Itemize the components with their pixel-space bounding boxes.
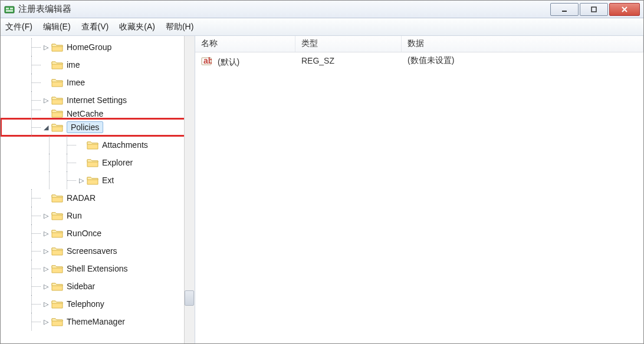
folder-icon	[51, 122, 63, 133]
folder-icon	[51, 109, 63, 118]
expander-open-icon[interactable]: ◢	[42, 123, 50, 131]
expander-closed-icon[interactable]: ▷	[42, 264, 50, 273]
tree-node-radar[interactable]: RADAR	[1, 189, 195, 207]
folder-icon	[51, 263, 63, 274]
tree-node-label: Shell Extensions	[67, 264, 128, 273]
value-data: (数值未设置)	[402, 55, 643, 66]
tree-node-screensavers[interactable]: ▷Screensavers	[1, 242, 195, 260]
svg-text:ab: ab	[203, 56, 212, 65]
tree-node-label: Screensavers	[67, 246, 117, 256]
tree-node-label: Ext	[102, 176, 114, 185]
folder-icon	[51, 299, 63, 309]
registry-editor-window: 注册表编辑器 文件(F) 编辑(E) 查看(V) 收藏夹(A) 帮助(H) ▷H…	[0, 0, 644, 344]
app-icon	[4, 4, 15, 15]
folder-icon	[51, 316, 63, 327]
expander-none	[42, 61, 50, 69]
string-value-icon: ab	[201, 56, 212, 67]
list-body: ab (默认) REG_SZ (数值未设置)	[195, 52, 643, 343]
tree-node-netcache[interactable]: NetCache	[1, 109, 195, 118]
expander-closed-icon[interactable]: ▷	[42, 96, 50, 104]
expander-none	[42, 194, 50, 202]
expander-closed-icon[interactable]: ▷	[42, 43, 50, 51]
expander-closed-icon[interactable]: ▷	[77, 176, 86, 184]
folder-icon	[51, 246, 63, 256]
tree-node-label: ThemeManager	[67, 317, 125, 326]
tree-node-label: NetCache	[67, 109, 103, 118]
folder-icon	[51, 210, 63, 221]
tree-node-label: Policies	[67, 121, 103, 133]
value-name-cell: ab (默认)	[195, 54, 295, 68]
folder-icon	[51, 77, 63, 88]
svg-rect-5	[592, 7, 596, 12]
expander-none	[77, 158, 86, 167]
tree-node-sidebar[interactable]: ▷Sidebar	[1, 277, 195, 295]
folder-icon	[51, 193, 63, 203]
folder-icon	[51, 59, 63, 70]
tree-root: ▷HomeGroupimeImee▷Internet SettingsNetCa…	[1, 36, 195, 330]
tree-node-imee[interactable]: Imee	[1, 74, 195, 91]
svg-rect-3	[6, 10, 13, 12]
list-header: 名称 类型 数据	[195, 36, 643, 52]
column-header-type[interactable]: 类型	[295, 36, 402, 52]
menu-view[interactable]: 查看(V)	[81, 22, 109, 32]
value-name: (默认)	[218, 57, 239, 67]
titlebar: 注册表编辑器	[1, 1, 643, 18]
tree-node-telephony[interactable]: ▷Telephony	[1, 295, 195, 313]
list-row[interactable]: ab (默认) REG_SZ (数值未设置)	[195, 52, 643, 69]
tree-pane: ▷HomeGroupimeImee▷Internet SettingsNetCa…	[1, 36, 195, 343]
menu-favorites[interactable]: 收藏夹(A)	[119, 22, 155, 32]
tree-node-thememanager[interactable]: ▷ThemeManager	[1, 313, 195, 330]
expander-closed-icon[interactable]: ▷	[42, 282, 50, 290]
tree-node-label: Sidebar	[67, 282, 95, 291]
expander-none	[77, 141, 86, 149]
window-controls	[549, 3, 640, 16]
expander-closed-icon[interactable]: ▷	[42, 211, 50, 220]
tree-node-run[interactable]: ▷Run	[1, 207, 195, 224]
tree-node-policies[interactable]: ◢Policies	[1, 118, 195, 136]
tree-scrollbar-thumb[interactable]	[185, 290, 194, 306]
folder-icon	[51, 42, 63, 52]
tree-node-ext[interactable]: ▷Ext	[1, 171, 195, 189]
svg-rect-2	[10, 8, 13, 9]
close-button[interactable]	[609, 3, 640, 16]
maximize-button[interactable]	[580, 3, 608, 16]
expander-closed-icon[interactable]: ▷	[42, 229, 50, 237]
tree-node-homegroup[interactable]: ▷HomeGroup	[1, 38, 195, 56]
tree-node-shell-extensions[interactable]: ▷Shell Extensions	[1, 260, 195, 277]
tree-node-label: HomeGroup	[67, 42, 111, 52]
tree-node-label: Explorer	[102, 158, 133, 167]
column-header-name[interactable]: 名称	[195, 36, 295, 52]
folder-icon	[51, 95, 63, 105]
menu-help[interactable]: 帮助(H)	[166, 22, 193, 32]
tree-node-ime[interactable]: ime	[1, 56, 195, 74]
expander-closed-icon[interactable]: ▷	[42, 317, 50, 326]
tree-node-internet-settings[interactable]: ▷Internet Settings	[1, 91, 195, 109]
value-type: REG_SZ	[295, 56, 402, 65]
tree-node-label: Telephony	[67, 299, 104, 309]
tree-node-explorer[interactable]: Explorer	[1, 154, 195, 171]
list-pane: 名称 类型 数据 ab (默认) REG_SZ (数值未设置)	[195, 36, 643, 343]
menu-file[interactable]: 文件(F)	[5, 22, 32, 32]
expander-closed-icon[interactable]: ▷	[42, 300, 50, 308]
folder-icon	[51, 281, 63, 292]
tree-node-attachments[interactable]: Attachments	[1, 136, 195, 154]
svg-rect-0	[5, 6, 14, 13]
tree-node-runonce[interactable]: ▷RunOnce	[1, 224, 195, 242]
folder-icon	[87, 175, 98, 186]
menubar: 文件(F) 编辑(E) 查看(V) 收藏夹(A) 帮助(H)	[1, 18, 643, 36]
column-header-data[interactable]: 数据	[402, 36, 643, 52]
tree-node-label: ime	[67, 60, 80, 70]
tree-scrollbar-track[interactable]	[184, 36, 195, 343]
svg-rect-1	[6, 8, 9, 9]
folder-icon	[51, 228, 63, 239]
tree-node-label: Internet Settings	[67, 95, 127, 105]
expander-closed-icon[interactable]: ▷	[42, 247, 50, 255]
minimize-button[interactable]	[550, 3, 579, 16]
expander-none	[42, 78, 50, 87]
content-area: ▷HomeGroupimeImee▷Internet SettingsNetCa…	[1, 36, 643, 343]
tree-node-label: Imee	[67, 78, 85, 87]
menu-edit[interactable]: 编辑(E)	[43, 22, 71, 32]
folder-icon	[87, 140, 98, 150]
tree-node-label: Run	[67, 211, 82, 220]
window-title: 注册表编辑器	[18, 4, 549, 15]
